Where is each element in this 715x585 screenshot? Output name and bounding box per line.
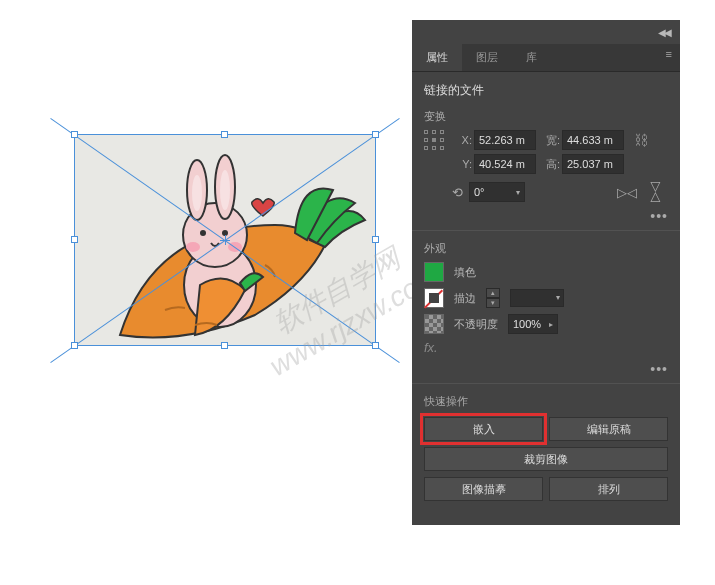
crop-image-button[interactable]: 裁剪图像 xyxy=(424,447,668,471)
height-input[interactable] xyxy=(562,154,624,174)
panel-tabs: 属性 图层 库 ≡ xyxy=(412,44,680,72)
svg-point-5 xyxy=(220,170,230,210)
placed-image[interactable] xyxy=(75,135,375,345)
resize-handle-tr[interactable] xyxy=(372,131,379,138)
transform-more-icon[interactable]: ••• xyxy=(424,208,668,224)
tab-library[interactable]: 库 xyxy=(512,44,551,71)
fill-swatch[interactable] xyxy=(424,262,444,282)
stroke-weight-stepper[interactable]: ▴▾ xyxy=(486,288,500,308)
w-label: 宽: xyxy=(542,133,560,148)
arrange-button[interactable]: 排列 xyxy=(549,477,668,501)
quick-actions-label: 快速操作 xyxy=(424,394,668,409)
resize-handle-bl[interactable] xyxy=(71,342,78,349)
reference-point-grid[interactable] xyxy=(424,130,446,152)
panel-menu-icon[interactable]: ≡ xyxy=(658,44,680,71)
resize-handle-tl[interactable] xyxy=(71,131,78,138)
resize-handle-ml[interactable] xyxy=(71,236,78,243)
image-trace-button[interactable]: 图像描摹 xyxy=(424,477,543,501)
stroke-style-select[interactable]: ▾ xyxy=(510,289,564,307)
transform-label: 变换 xyxy=(424,109,668,124)
resize-handle-br[interactable] xyxy=(372,342,379,349)
stroke-label: 描边 xyxy=(454,291,476,306)
constrain-proportions-icon[interactable]: ⛓ xyxy=(630,132,652,148)
resize-handle-bm[interactable] xyxy=(221,342,228,349)
fx-label[interactable]: fx. xyxy=(424,340,668,355)
fill-label: 填色 xyxy=(454,265,476,280)
flip-vertical-icon[interactable]: ▷◁ xyxy=(648,181,666,203)
rotate-input[interactable]: 0°▾ xyxy=(469,182,525,202)
canvas-area[interactable] xyxy=(0,0,410,585)
section-title: 链接的文件 xyxy=(424,82,668,99)
panel-collapse-icon[interactable]: ◀◀ xyxy=(654,25,674,40)
properties-panel: ◀◀ 属性 图层 库 ≡ 链接的文件 变换 X: 宽: xyxy=(412,20,680,525)
flip-horizontal-icon[interactable]: ▷◁ xyxy=(616,183,638,201)
appearance-more-icon[interactable]: ••• xyxy=(424,361,668,377)
tab-layers[interactable]: 图层 xyxy=(462,44,512,71)
svg-point-6 xyxy=(200,230,206,236)
svg-point-7 xyxy=(222,230,228,236)
embed-button[interactable]: 嵌入 xyxy=(424,417,543,441)
x-input[interactable] xyxy=(474,130,536,150)
stroke-swatch[interactable] xyxy=(424,288,444,308)
rotate-icon: ⟲ xyxy=(452,185,463,200)
svg-point-9 xyxy=(228,242,242,252)
resize-handle-tm[interactable] xyxy=(221,131,228,138)
opacity-swatch[interactable] xyxy=(424,314,444,334)
opacity-input[interactable]: 100%▸ xyxy=(508,314,558,334)
svg-point-8 xyxy=(186,242,200,252)
svg-point-4 xyxy=(192,175,202,211)
opacity-label: 不透明度 xyxy=(454,317,498,332)
resize-handle-mr[interactable] xyxy=(372,236,379,243)
h-label: 高: xyxy=(542,157,560,172)
y-label: Y: xyxy=(454,158,472,170)
tab-properties[interactable]: 属性 xyxy=(412,44,462,71)
x-label: X: xyxy=(454,134,472,146)
rabbit-carrot-illustration xyxy=(75,135,375,345)
y-input[interactable] xyxy=(474,154,536,174)
width-input[interactable] xyxy=(562,130,624,150)
edit-original-button[interactable]: 编辑原稿 xyxy=(549,417,668,441)
appearance-label: 外观 xyxy=(424,241,668,256)
